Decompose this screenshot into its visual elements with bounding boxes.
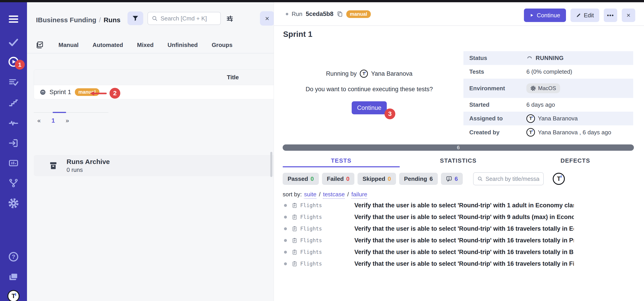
creator-avatar: T xyxy=(526,128,535,137)
test-suite-name[interactable]: Flights xyxy=(300,249,322,255)
sidebar-item-test-plans[interactable] xyxy=(0,77,27,88)
filter-passed[interactable]: Passed0 xyxy=(283,173,319,185)
clipboard-icon xyxy=(292,226,298,232)
test-suite-name[interactable]: Flights xyxy=(300,202,322,208)
copy-icon[interactable] xyxy=(337,11,343,17)
filter-skipped[interactable]: Skipped0 xyxy=(358,173,396,185)
sidebar-user-avatar[interactable]: T xyxy=(0,290,27,301)
info-value: MacOS xyxy=(526,83,560,93)
sidebar-item-settings[interactable] xyxy=(0,198,27,209)
filter-button[interactable] xyxy=(128,11,143,25)
run-row-sprint-1[interactable]: Sprint 1 manual xyxy=(34,85,274,99)
info-row-started: Started 6 days ago xyxy=(464,98,633,112)
runs-search-input[interactable] xyxy=(160,15,217,22)
test-suite-name[interactable]: Flights xyxy=(300,261,322,267)
tab-automated[interactable]: Automated xyxy=(93,41,123,48)
continue-run-button[interactable]: Continue xyxy=(352,101,387,114)
tab-groups[interactable]: Groups xyxy=(212,41,232,48)
tab-unfinished[interactable]: Unfinished xyxy=(168,41,198,48)
test-title: Verify that the user is able to select '… xyxy=(354,260,574,267)
test-suite-name[interactable]: Flights xyxy=(300,226,322,232)
check-icon xyxy=(8,37,19,48)
tab-defects[interactable]: DEFECTS xyxy=(517,155,634,167)
test-status-dot xyxy=(284,239,287,242)
breadcrumb-separator: / xyxy=(99,16,101,23)
sidebar-runs-count-badge: 1 xyxy=(15,60,25,70)
pagination: « 1 » xyxy=(37,117,69,124)
continue-button-label: Continue xyxy=(537,12,560,19)
sidebar-item-branches[interactable] xyxy=(0,177,27,189)
tab-manual[interactable]: Manual xyxy=(58,41,79,48)
sidebar-item-tests[interactable] xyxy=(0,37,27,48)
close-detail-button[interactable]: × xyxy=(622,8,635,22)
running-by-row: Running by T Yana Baranova xyxy=(283,70,456,78)
view-options-button[interactable] xyxy=(225,14,234,23)
test-row[interactable]: Flights Verify that the user is able to … xyxy=(283,200,574,211)
menu-button[interactable] xyxy=(0,14,27,24)
test-status-dot xyxy=(284,204,287,207)
archive-run-count: 0 runs xyxy=(66,166,110,173)
run-info-table: Status RUNNING Tests 6 (0% completed) En… xyxy=(464,51,633,139)
info-row-assigned: Assigned to T Yana Baranova xyxy=(464,112,633,125)
scrollbar-thumb[interactable] xyxy=(270,152,272,177)
archive-icon xyxy=(48,161,58,170)
run-label: Run xyxy=(292,10,302,17)
header-actions: Continue Edit ••• × xyxy=(524,8,635,22)
ellipsis-icon: ••• xyxy=(607,12,614,18)
pagination-active-indicator xyxy=(52,112,66,113)
clipboard-icon xyxy=(292,249,298,255)
sidebar-item-milestones[interactable] xyxy=(0,97,27,108)
skipped-count: 0 xyxy=(388,175,391,182)
test-title: Verify that the user is able to select '… xyxy=(354,214,574,221)
comments-count: 6 xyxy=(455,175,458,182)
filter-pending[interactable]: Pending6 xyxy=(399,173,438,185)
run-status-dot xyxy=(286,13,288,15)
tabs-divider xyxy=(27,53,274,53)
breadcrumb-project[interactable]: IBusiness Funding xyxy=(36,16,96,23)
close-icon: × xyxy=(265,14,270,23)
more-actions-button[interactable]: ••• xyxy=(604,8,617,22)
test-suite-name[interactable]: Flights xyxy=(300,238,322,243)
sort-options: sort by: suite / testcase / failure xyxy=(283,191,367,199)
tab-mixed[interactable]: Mixed xyxy=(137,41,154,48)
run-name: Sprint 1 xyxy=(50,88,71,96)
test-suite-name[interactable]: Flights xyxy=(300,214,322,220)
test-row[interactable]: Flights Verify that the user is able to … xyxy=(283,223,574,235)
user-avatar[interactable]: T xyxy=(553,173,565,185)
test-row[interactable]: Flights Verify that the user is able to … xyxy=(283,246,574,258)
test-row[interactable]: Flights Verify that the user is able to … xyxy=(283,258,574,270)
pagination-page-1[interactable]: 1 xyxy=(52,117,55,124)
tab-tests[interactable]: TESTS xyxy=(283,155,400,167)
sidebar-item-analytics[interactable] xyxy=(0,117,27,128)
sort-by-testcase[interactable]: testcase xyxy=(323,191,345,199)
sidebar-item-projects[interactable] xyxy=(0,271,27,282)
tests-search-input[interactable] xyxy=(486,176,540,182)
runs-archive-card[interactable]: Runs Archive 0 runs xyxy=(34,155,274,176)
pagination-next-button[interactable]: » xyxy=(66,117,69,124)
sort-by-suite[interactable]: suite xyxy=(304,191,316,199)
passed-count: 0 xyxy=(310,175,314,182)
sidebar-item-help[interactable]: ? xyxy=(0,251,27,262)
info-value: T Yana Baranova xyxy=(526,114,578,123)
test-row[interactable]: Flights Verify that the user is able to … xyxy=(283,211,574,223)
search-icon xyxy=(477,176,483,182)
test-row[interactable]: Flights Verify that the user is able to … xyxy=(283,235,574,246)
sort-by-failure[interactable]: failure xyxy=(351,191,367,199)
continue-button[interactable]: Continue xyxy=(524,8,566,22)
select-runs-icon[interactable] xyxy=(36,41,44,49)
clipboard-icon xyxy=(292,261,298,267)
menu-icon xyxy=(9,15,18,23)
info-label: Tests xyxy=(464,68,526,75)
filter-failed[interactable]: Failed0 xyxy=(322,173,354,185)
tab-statistics[interactable]: STATISTICS xyxy=(400,155,517,167)
sidebar-item-pull-requests[interactable] xyxy=(0,137,27,149)
environment-pill[interactable]: MacOS xyxy=(526,83,560,93)
gear-icon xyxy=(8,198,19,209)
archive-title: Runs Archive xyxy=(66,158,110,166)
pulse-icon xyxy=(8,118,19,128)
edit-button[interactable]: Edit xyxy=(570,8,599,22)
filter-comments[interactable]: 6 xyxy=(441,173,463,185)
sidebar-item-reports[interactable] xyxy=(0,157,27,169)
pagination-prev-button[interactable]: « xyxy=(37,117,41,124)
close-panel-button[interactable]: × xyxy=(260,11,274,26)
